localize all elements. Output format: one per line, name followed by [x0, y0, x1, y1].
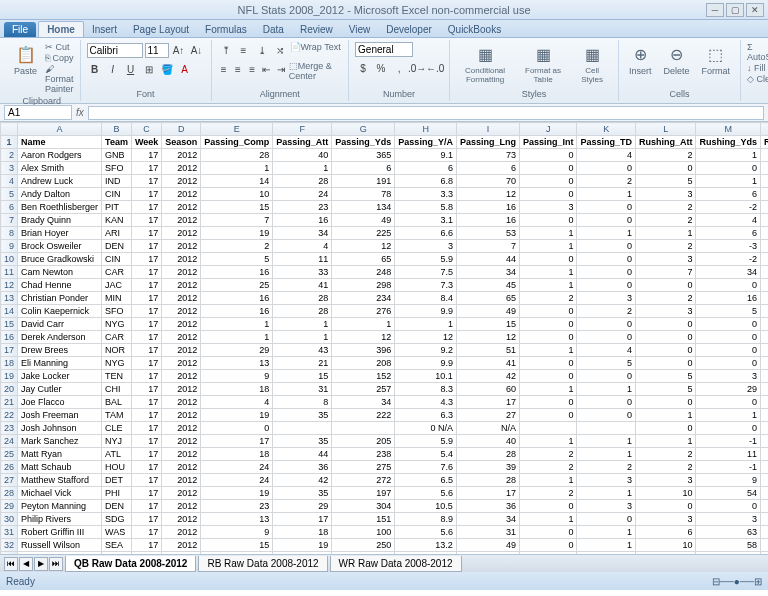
cell[interactable]: Jake Locker [18, 370, 102, 383]
underline-button[interactable]: U [123, 61, 139, 77]
cell[interactable]: 12 [456, 331, 519, 344]
cell[interactable]: 49 [456, 539, 519, 552]
col-header[interactable]: A [18, 123, 102, 136]
cell[interactable]: 17 [131, 539, 161, 552]
row-header[interactable]: 13 [1, 292, 18, 305]
cell[interactable]: Matthew Stafford [18, 474, 102, 487]
cell[interactable]: 2 [635, 292, 696, 305]
cell[interactable]: 3 [577, 292, 636, 305]
cell[interactable]: 28 [456, 474, 519, 487]
cell[interactable]: 0 [635, 500, 696, 513]
cell[interactable]: 41 [273, 279, 332, 292]
cell[interactable]: 1 [519, 279, 577, 292]
cell[interactable]: 2 [760, 188, 768, 201]
cell[interactable]: 10.5 [760, 526, 768, 539]
zoom-controls[interactable]: ⊟──●──⊞ [712, 576, 762, 587]
cell[interactable]: 17 [131, 188, 161, 201]
cell[interactable]: 225 [332, 552, 395, 555]
cell[interactable]: CAR [102, 266, 132, 279]
tab-developer[interactable]: Developer [378, 22, 440, 37]
header-cell[interactable]: Season [162, 136, 201, 149]
cell[interactable]: 49 [332, 214, 395, 227]
cell[interactable]: 2012 [162, 539, 201, 552]
cell[interactable]: NYG [102, 357, 132, 370]
cell[interactable]: 34 [456, 513, 519, 526]
cell[interactable]: 0 [696, 279, 761, 292]
cell[interactable]: 17 [201, 435, 273, 448]
align-left-button[interactable]: ≡ [218, 61, 230, 77]
cell[interactable]: 29 [201, 344, 273, 357]
delete-cells-button[interactable]: ⊖Delete [660, 42, 694, 78]
cell[interactable]: 0 N/A [395, 422, 457, 435]
cell[interactable]: 3 [635, 305, 696, 318]
cell[interactable]: Mark Sanchez [18, 435, 102, 448]
cell[interactable]: 40 [273, 149, 332, 162]
cell[interactable]: 34 [332, 396, 395, 409]
bold-button[interactable]: B [87, 61, 103, 77]
cell[interactable]: 6 [456, 162, 519, 175]
percent-button[interactable]: % [373, 60, 389, 76]
cell[interactable]: -1 [760, 435, 768, 448]
cell[interactable]: 1 [519, 266, 577, 279]
cell[interactable]: 78 [332, 188, 395, 201]
cell[interactable]: 2012 [162, 448, 201, 461]
cell[interactable]: 2012 [162, 487, 201, 500]
col-header[interactable]: K [577, 123, 636, 136]
cell[interactable]: 58 [696, 539, 761, 552]
cell[interactable]: 3 [395, 240, 457, 253]
cell[interactable]: N/A [760, 162, 768, 175]
cell[interactable]: 1 [519, 383, 577, 396]
cell[interactable]: Brock Osweiler [18, 240, 102, 253]
cell[interactable]: 10 [635, 487, 696, 500]
align-middle-button[interactable]: ≡ [236, 42, 252, 58]
cell[interactable] [577, 422, 636, 435]
cell[interactable]: 5.6 [395, 526, 457, 539]
cell[interactable]: 5 [635, 175, 696, 188]
cell[interactable]: -2 [696, 253, 761, 266]
cell[interactable]: 1 [696, 409, 761, 422]
row-header[interactable]: 14 [1, 305, 18, 318]
cell[interactable]: 17 [131, 396, 161, 409]
cell[interactable]: NYG [102, 318, 132, 331]
cell[interactable]: 35 [273, 487, 332, 500]
cell[interactable]: PHI [102, 487, 132, 500]
cell[interactable]: 14 [201, 175, 273, 188]
cell[interactable]: 3 [519, 201, 577, 214]
cell[interactable]: 4 [201, 396, 273, 409]
cell[interactable]: 2012 [162, 214, 201, 227]
cell[interactable]: 2 [519, 292, 577, 305]
cell[interactable]: 4.9 [760, 266, 768, 279]
cell[interactable]: 2012 [162, 240, 201, 253]
cell[interactable]: 1 [273, 318, 332, 331]
cell[interactable]: 9.9 [395, 305, 457, 318]
cell[interactable]: 7.5 [395, 266, 457, 279]
header-cell[interactable]: Passing_TD [577, 136, 636, 149]
row-header[interactable]: 3 [1, 162, 18, 175]
cell[interactable]: 17 [131, 318, 161, 331]
cell[interactable]: 12 [456, 188, 519, 201]
cell[interactable]: 0 [519, 214, 577, 227]
cell[interactable]: 17 [131, 526, 161, 539]
cell[interactable]: 1 [635, 227, 696, 240]
cell[interactable]: SFO [102, 162, 132, 175]
cell[interactable]: 191 [332, 175, 395, 188]
cell[interactable]: N/A [760, 318, 768, 331]
cell[interactable]: 23 [201, 500, 273, 513]
cell[interactable]: 24 [201, 474, 273, 487]
cell[interactable]: 8.3 [395, 383, 457, 396]
cell[interactable]: 34 [273, 227, 332, 240]
cell[interactable]: -3 [696, 240, 761, 253]
col-header[interactable] [1, 123, 18, 136]
cell[interactable]: 28 [273, 292, 332, 305]
cell[interactable]: 73 [456, 149, 519, 162]
cell[interactable]: 29 [273, 500, 332, 513]
cell[interactable]: N/A [456, 422, 519, 435]
cell[interactable]: 16 [456, 214, 519, 227]
cell[interactable]: 17 [131, 448, 161, 461]
cell[interactable]: DEN [102, 240, 132, 253]
col-header[interactable]: J [519, 123, 577, 136]
cell[interactable]: Brady Quinn [18, 214, 102, 227]
cell[interactable]: 3.1 [395, 214, 457, 227]
cell[interactable]: 7.3 [395, 279, 457, 292]
cell[interactable]: Christian Ponder [18, 292, 102, 305]
